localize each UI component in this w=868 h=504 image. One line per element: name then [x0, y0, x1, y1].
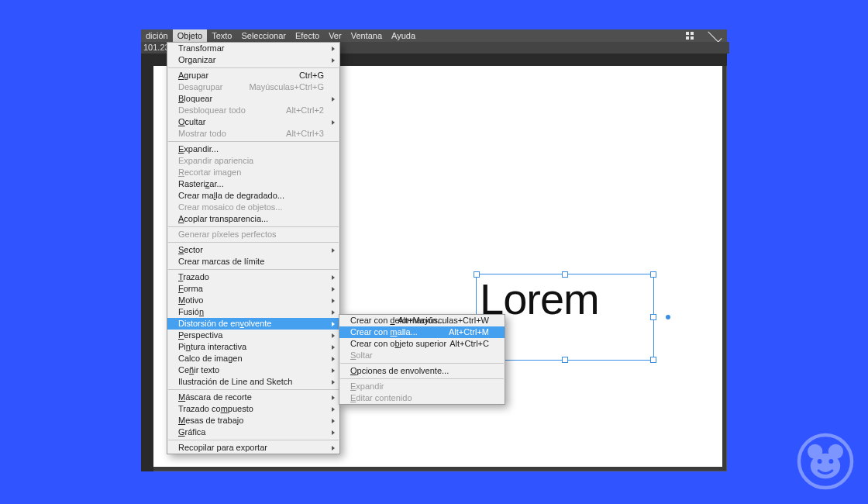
menu-dición[interactable]: dición: [141, 29, 173, 42]
envolvente-item-0-2[interactable]: Crear con objeto superiorAlt+Ctrl+C: [339, 338, 505, 350]
objeto-menu[interactable]: TransformarOrganizarAgruparCtrl+GDesagru…: [167, 42, 340, 454]
svg-point-5: [828, 459, 833, 464]
menu-texto[interactable]: Texto: [207, 29, 236, 42]
objeto-item-2-2: Recortar imagen: [167, 167, 339, 178]
objeto-item-5-7[interactable]: Calco de imagen: [167, 353, 339, 364]
monkey-logo-icon: [797, 433, 854, 490]
objeto-item-5-1[interactable]: Forma: [167, 283, 339, 295]
objeto-item-1-1: DesagruparMayúsculas+Ctrl+G: [167, 81, 339, 93]
envolvente-item-0-1[interactable]: Crear con malla...Alt+Ctrl+M: [339, 326, 505, 338]
objeto-item-1-4[interactable]: Ocultar: [167, 116, 339, 128]
envolvente-item-0-0[interactable]: Crear con deformación...Alt+Mayúsculas+C…: [339, 315, 505, 326]
objeto-item-6-1[interactable]: Trazado compuesto: [167, 403, 339, 415]
menu-ventana[interactable]: Ventana: [346, 29, 387, 42]
envolvente-item-1-0[interactable]: Opciones de envolvente...: [339, 365, 505, 377]
handle-e[interactable]: [650, 314, 656, 320]
handle-s[interactable]: [562, 357, 568, 363]
menu-ver[interactable]: Ver: [324, 29, 346, 42]
svg-point-3: [811, 454, 840, 479]
layout-grid-icon[interactable]: [686, 32, 703, 40]
objeto-item-7-0[interactable]: Recopilar para exportar: [167, 442, 339, 454]
objeto-item-6-0[interactable]: Máscara de recorte: [167, 392, 339, 403]
svg-point-4: [818, 459, 822, 464]
objeto-item-1-3: Desbloquear todoAlt+Ctrl+2: [167, 105, 339, 116]
objeto-item-2-3[interactable]: Rasterizar...: [167, 178, 339, 190]
app-window: diciónObjetoTextoSeleccionarEfectoVerVen…: [141, 29, 727, 471]
anchor-point[interactable]: [666, 315, 670, 319]
objeto-item-1-5: Mostrar todoAlt+Ctrl+3: [167, 128, 339, 140]
objeto-item-5-0[interactable]: Trazado: [167, 271, 339, 283]
objeto-item-0-0[interactable]: Transformar: [167, 43, 339, 54]
distorsion-envolvente-submenu[interactable]: Crear con deformación...Alt+Mayúsculas+C…: [339, 314, 505, 405]
objeto-item-5-3[interactable]: Fusión: [167, 306, 339, 318]
objeto-item-2-1: Expandir apariencia: [167, 155, 339, 167]
objeto-item-1-0[interactable]: AgruparCtrl+G: [167, 70, 339, 81]
handle-se[interactable]: [650, 357, 656, 363]
objeto-item-0-1[interactable]: Organizar: [167, 54, 339, 66]
handle-n[interactable]: [562, 271, 568, 278]
envolvente-item-2-0: Expandir: [339, 381, 505, 392]
envolvente-item-2-1: Editar contenido: [339, 392, 505, 404]
objeto-item-2-4[interactable]: Crear malla de degradado...: [167, 190, 339, 202]
menu-objeto[interactable]: Objeto: [173, 29, 207, 42]
menubar: diciónObjetoTextoSeleccionarEfectoVerVen…: [141, 29, 727, 42]
objeto-item-1-2[interactable]: Bloquear: [167, 93, 339, 105]
objeto-item-4-1[interactable]: Crear marcas de límite: [167, 256, 339, 268]
ribbon-readout: 101.23: [143, 43, 170, 52]
objeto-item-5-8[interactable]: Ceñir texto: [167, 364, 339, 376]
menu-ayuda[interactable]: Ayuda: [387, 29, 420, 42]
objeto-item-2-5: Crear mosaico de objetos...: [167, 202, 339, 213]
objeto-item-6-2[interactable]: Mesas de trabajo: [167, 415, 339, 426]
ruler-vertical: [141, 54, 153, 471]
menubar-right: [686, 32, 727, 40]
objeto-item-2-0[interactable]: Expandir...: [167, 143, 339, 155]
objeto-item-5-4[interactable]: Distorsión de envolvente: [167, 318, 339, 330]
menu-seleccionar[interactable]: Seleccionar: [236, 29, 290, 42]
objeto-item-4-0[interactable]: Sector: [167, 244, 339, 256]
objeto-item-5-9[interactable]: Ilustración de Line and Sketch: [167, 376, 339, 388]
chevron-down-icon[interactable]: [708, 28, 722, 42]
handle-nw[interactable]: [474, 271, 480, 278]
objeto-item-5-2[interactable]: Motivo: [167, 295, 339, 306]
objeto-item-3-0: Generar píxeles perfectos: [167, 229, 339, 240]
objeto-item-5-6[interactable]: Pintura interactiva: [167, 341, 339, 353]
menu-efecto[interactable]: Efecto: [291, 29, 324, 42]
handle-ne[interactable]: [650, 271, 656, 278]
objeto-item-5-5[interactable]: Perspectiva: [167, 330, 339, 341]
objeto-item-2-6[interactable]: Acoplar transparencia...: [167, 213, 339, 225]
envolvente-item-0-3: Soltar: [339, 350, 505, 361]
objeto-item-6-3[interactable]: Gráfica: [167, 426, 339, 438]
